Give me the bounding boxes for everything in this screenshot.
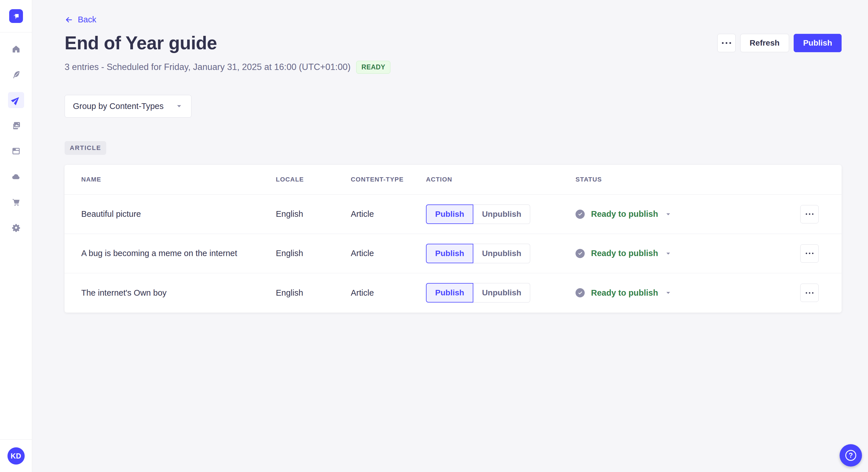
ellipsis-icon (806, 213, 807, 215)
entries-table: NAME LOCALE CONTENT-TYPE ACTION STATUS B… (65, 165, 842, 312)
column-header-status: STATUS (576, 176, 825, 183)
entry-content-type: Article (351, 209, 426, 219)
entry-status-cell: Ready to publish (576, 244, 825, 263)
entry-status-cell: Ready to publish (576, 205, 825, 224)
entry-name: A bug is becoming a meme on the internet (81, 248, 276, 258)
page-title: End of Year guide (65, 33, 217, 53)
table-header-row: NAME LOCALE CONTENT-TYPE ACTION STATUS (65, 165, 842, 195)
publish-release-button[interactable]: Publish (794, 34, 842, 52)
entry-name: The internet's Own boy (81, 288, 276, 298)
sidebar-footer: KD (0, 439, 32, 472)
entry-action-cell: Publish Unpublish (426, 283, 576, 303)
row-menu-button[interactable] (800, 205, 818, 224)
action-segmented-control: Publish Unpublish (426, 204, 530, 224)
cloud-icon (11, 172, 21, 181)
content-type-group-badge: ARTICLE (65, 141, 106, 155)
subtitle-row: 3 entries - Scheduled for Friday, Januar… (65, 61, 842, 74)
back-arrow-icon (65, 15, 73, 24)
unpublish-action-button[interactable]: Unpublish (473, 283, 530, 303)
sidebar-nav (8, 41, 24, 236)
row-menu-button[interactable] (800, 283, 818, 302)
question-icon: ? (845, 450, 856, 461)
publish-action-button[interactable]: Publish (426, 244, 473, 263)
sidebar-item-home[interactable] (8, 41, 24, 57)
group-by-dropdown[interactable]: Group by Content-Types (65, 95, 191, 117)
table-row: A bug is becoming a meme on the internet… (65, 234, 842, 273)
strapi-logo-icon (11, 11, 21, 21)
sidebar-item-cloud[interactable] (8, 169, 24, 185)
ready-status-badge: READY (356, 61, 391, 74)
ellipsis-icon (722, 42, 724, 44)
publish-action-button[interactable]: Publish (426, 283, 473, 303)
action-segmented-control: Publish Unpublish (426, 244, 530, 263)
entry-locale: English (276, 248, 351, 258)
toolbar: Group by Content-Types (65, 95, 842, 117)
more-options-button[interactable] (717, 34, 736, 52)
media-library-icon (11, 121, 21, 130)
main-content: Back End of Year guide Refresh Publish 3… (32, 0, 868, 312)
action-segmented-control: Publish Unpublish (426, 283, 530, 303)
column-header-name: NAME (81, 176, 276, 183)
status-label: Ready to publish (591, 288, 658, 298)
cart-icon (11, 198, 21, 207)
status-dropdown[interactable]: Ready to publish (576, 209, 672, 219)
home-icon (11, 44, 21, 54)
logo-container (0, 0, 32, 32)
help-button[interactable]: ? (840, 444, 862, 467)
row-menu-button[interactable] (800, 244, 818, 263)
sidebar: KD (0, 0, 32, 472)
status-label: Ready to publish (591, 209, 658, 219)
check-circle-icon (576, 288, 585, 297)
unpublish-action-button[interactable]: Unpublish (473, 204, 530, 224)
entry-name: Beautiful picture (81, 209, 276, 219)
chevron-down-icon (664, 210, 672, 218)
strapi-logo (9, 9, 23, 23)
layout-icon (11, 146, 21, 156)
unpublish-action-button[interactable]: Unpublish (473, 244, 530, 263)
ellipsis-icon (806, 252, 807, 254)
sidebar-item-content-type-builder[interactable] (8, 143, 24, 159)
entry-action-cell: Publish Unpublish (426, 204, 576, 224)
check-circle-icon (576, 249, 585, 258)
back-label: Back (78, 15, 96, 24)
table-row: The internet's Own boy English Article P… (65, 273, 842, 312)
entry-action-cell: Publish Unpublish (426, 244, 576, 263)
back-link[interactable]: Back (65, 15, 96, 24)
sidebar-item-marketplace[interactable] (8, 194, 24, 210)
chevron-down-icon (664, 289, 672, 297)
sidebar-item-releases[interactable] (8, 92, 24, 108)
entry-content-type: Article (351, 248, 426, 258)
chevron-down-icon (664, 250, 672, 257)
title-row: End of Year guide Refresh Publish (65, 33, 842, 53)
status-label: Ready to publish (591, 248, 658, 258)
column-header-action: ACTION (426, 176, 576, 183)
sidebar-item-content-manager[interactable] (8, 67, 24, 82)
refresh-button[interactable]: Refresh (740, 34, 789, 52)
column-header-content-type: CONTENT-TYPE (351, 176, 426, 183)
publish-action-button[interactable]: Publish (426, 204, 473, 224)
status-dropdown[interactable]: Ready to publish (576, 288, 672, 298)
entry-status-cell: Ready to publish (576, 283, 825, 302)
column-header-locale: LOCALE (276, 176, 351, 183)
check-circle-icon (576, 210, 585, 219)
entry-content-type: Article (351, 288, 426, 298)
status-dropdown[interactable]: Ready to publish (576, 248, 672, 258)
table-row: Beautiful picture English Article Publis… (65, 195, 842, 234)
feather-icon (11, 70, 21, 79)
chevron-down-icon (175, 102, 183, 110)
sidebar-item-settings[interactable] (8, 220, 24, 236)
paper-plane-icon (9, 94, 22, 106)
release-subtitle: 3 entries - Scheduled for Friday, Januar… (65, 62, 350, 72)
ellipsis-icon (806, 292, 807, 294)
entry-locale: English (276, 288, 351, 298)
entry-locale: English (276, 209, 351, 219)
group-by-label: Group by Content-Types (73, 102, 164, 111)
sidebar-item-media-library[interactable] (8, 117, 24, 134)
gear-icon (11, 223, 21, 232)
avatar[interactable]: KD (7, 447, 25, 465)
header-actions: Refresh Publish (717, 34, 842, 52)
